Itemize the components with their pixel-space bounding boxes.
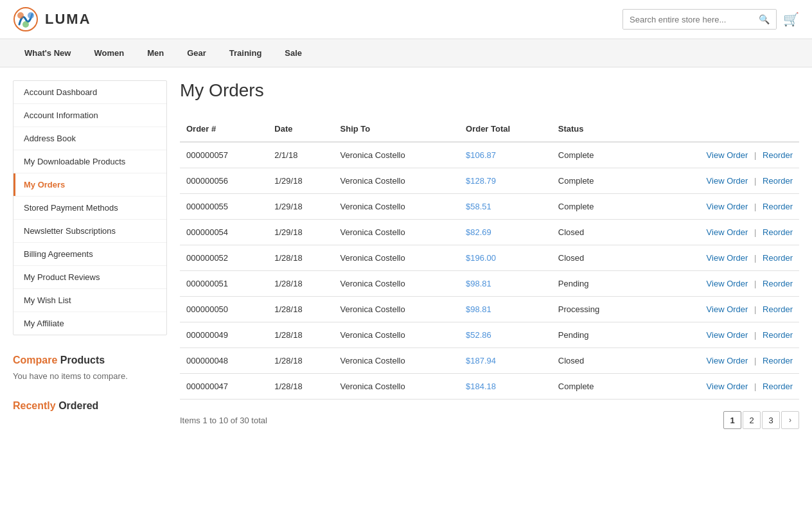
view-order-link[interactable]: View Order xyxy=(707,227,748,237)
main-content: My Orders Order # Date Ship To Order Tot… xyxy=(180,80,799,429)
cell-ship-to: Veronica Costello xyxy=(334,194,460,220)
reorder-link[interactable]: Reorder xyxy=(763,382,793,391)
cell-status: Closed xyxy=(552,220,639,245)
cell-date: 1/28/18 xyxy=(268,245,333,271)
cell-date: 2/1/18 xyxy=(268,142,333,168)
cell-date: 1/28/18 xyxy=(268,374,333,400)
reorder-link[interactable]: Reorder xyxy=(763,227,793,237)
reorder-link[interactable]: Reorder xyxy=(763,176,793,186)
logo-area: LUMA xyxy=(13,6,91,32)
cell-actions: View Order | Reorder xyxy=(639,348,799,374)
reorder-link[interactable]: Reorder xyxy=(763,330,793,340)
cell-order-num: 000000057 xyxy=(180,142,268,168)
cell-total: $106.87 xyxy=(459,142,552,168)
nav-item-whats-new[interactable]: What's New xyxy=(13,39,82,67)
sidebar-link-newsletter[interactable]: Newsletter Subscriptions xyxy=(13,220,166,242)
action-separator: | xyxy=(754,150,759,160)
search-bar: 🔍 xyxy=(622,9,777,30)
sidebar-item-billing: Billing Agreements xyxy=(13,243,166,266)
sidebar-link-account-dashboard[interactable]: Account Dashboard xyxy=(13,81,166,103)
view-order-link[interactable]: View Order xyxy=(707,382,748,391)
cell-total: $82.69 xyxy=(459,220,552,245)
page-btn-2[interactable]: 2 xyxy=(743,411,761,429)
cell-order-num: 000000048 xyxy=(180,348,268,374)
compare-products-section: Compare Products You have no items to co… xyxy=(13,355,167,381)
nav-item-women[interactable]: Women xyxy=(82,39,136,67)
view-order-link[interactable]: View Order xyxy=(707,150,748,160)
cell-actions: View Order | Reorder xyxy=(639,374,799,400)
table-row: 000000051 1/28/18 Veronica Costello $98.… xyxy=(180,271,799,297)
cell-date: 1/29/18 xyxy=(268,194,333,220)
table-row: 000000049 1/28/18 Veronica Costello $52.… xyxy=(180,322,799,348)
table-row: 000000057 2/1/18 Veronica Costello $106.… xyxy=(180,142,799,168)
view-order-link[interactable]: View Order xyxy=(707,176,748,186)
main-layout: Account Dashboard Account Information Ad… xyxy=(0,67,812,442)
cell-ship-to: Veronica Costello xyxy=(334,168,460,194)
sidebar-menu: Account Dashboard Account Information Ad… xyxy=(13,80,167,335)
nav-item-training[interactable]: Training xyxy=(218,39,274,67)
sidebar-link-address-book[interactable]: Address Book xyxy=(13,127,166,150)
sidebar-link-affiliate[interactable]: My Affiliate xyxy=(13,312,166,335)
page-title: My Orders xyxy=(180,80,799,101)
sidebar-link-wishlist[interactable]: My Wish List xyxy=(13,289,166,312)
nav-item-gear[interactable]: Gear xyxy=(175,39,218,67)
action-separator: | xyxy=(754,176,759,186)
cell-total: $196.00 xyxy=(459,245,552,271)
view-order-link[interactable]: View Order xyxy=(707,356,748,365)
table-row: 000000056 1/29/18 Veronica Costello $128… xyxy=(180,168,799,194)
sidebar-link-billing[interactable]: Billing Agreements xyxy=(13,243,166,265)
orders-table-header-row: Order # Date Ship To Order Total Status xyxy=(180,116,799,142)
page-btn-next[interactable]: › xyxy=(781,411,799,429)
table-row: 000000047 1/28/18 Veronica Costello $184… xyxy=(180,374,799,400)
sidebar-link-orders[interactable]: My Orders xyxy=(13,173,166,196)
compare-title-rest: Products xyxy=(60,355,105,365)
view-order-link[interactable]: View Order xyxy=(707,202,748,211)
search-button[interactable]: 🔍 xyxy=(752,10,776,29)
sidebar-item-orders: My Orders xyxy=(13,173,166,197)
sidebar-link-downloadable[interactable]: My Downloadable Products xyxy=(13,150,166,173)
nav-item-men[interactable]: Men xyxy=(136,39,175,67)
reorder-link[interactable]: Reorder xyxy=(763,202,793,211)
action-separator: | xyxy=(754,330,759,340)
header-right: 🔍 🛒 xyxy=(622,9,799,30)
cell-status: Closed xyxy=(552,245,639,271)
cell-ship-to: Veronica Costello xyxy=(334,374,460,400)
compare-title-highlight: Compare xyxy=(13,355,57,365)
reorder-link[interactable]: Reorder xyxy=(763,304,793,314)
sidebar-item-account-dashboard: Account Dashboard xyxy=(13,81,166,104)
col-header-order-num: Order # xyxy=(180,116,268,142)
search-input[interactable] xyxy=(623,10,752,29)
view-order-link[interactable]: View Order xyxy=(707,279,748,288)
cell-order-num: 000000050 xyxy=(180,297,268,322)
page-btn-3[interactable]: 3 xyxy=(762,411,780,429)
cell-ship-to: Veronica Costello xyxy=(334,271,460,297)
reorder-link[interactable]: Reorder xyxy=(763,279,793,288)
svg-point-2 xyxy=(28,12,34,19)
sidebar-link-reviews[interactable]: My Product Reviews xyxy=(13,266,166,288)
reorder-link[interactable]: Reorder xyxy=(763,150,793,160)
page-btn-1[interactable]: 1 xyxy=(723,411,741,429)
sidebar-link-stored-payment[interactable]: Stored Payment Methods xyxy=(13,197,166,219)
sidebar-link-account-information[interactable]: Account Information xyxy=(13,104,166,127)
table-row: 000000055 1/29/18 Veronica Costello $58.… xyxy=(180,194,799,220)
sidebar-item-stored-payment: Stored Payment Methods xyxy=(13,197,166,220)
cell-status: Complete xyxy=(552,374,639,400)
cell-ship-to: Veronica Costello xyxy=(334,348,460,374)
cell-status: Pending xyxy=(552,322,639,348)
cell-actions: View Order | Reorder xyxy=(639,297,799,322)
cell-order-num: 000000056 xyxy=(180,168,268,194)
sidebar-item-account-information: Account Information xyxy=(13,104,166,127)
cart-button[interactable]: 🛒 xyxy=(783,12,799,27)
action-separator: | xyxy=(754,382,759,391)
nav-item-sale[interactable]: Sale xyxy=(273,39,313,67)
reorder-link[interactable]: Reorder xyxy=(763,253,793,263)
view-order-link[interactable]: View Order xyxy=(707,330,748,340)
view-order-link[interactable]: View Order xyxy=(707,253,748,263)
cell-total: $98.81 xyxy=(459,271,552,297)
orders-table-head: Order # Date Ship To Order Total Status xyxy=(180,116,799,142)
action-separator: | xyxy=(754,253,759,263)
cell-order-num: 000000047 xyxy=(180,374,268,400)
reorder-link[interactable]: Reorder xyxy=(763,356,793,365)
view-order-link[interactable]: View Order xyxy=(707,304,748,314)
cell-total: $98.81 xyxy=(459,297,552,322)
